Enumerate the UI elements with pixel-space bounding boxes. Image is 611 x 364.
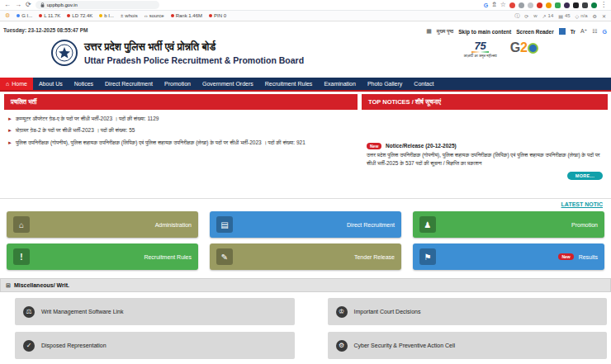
recruitment-list-item[interactable]: ► प्रोग्रामर ग्रेड-2 के पदों पर सीधी भर्… [7,127,354,134]
recruitment-list-item[interactable]: ► कम्प्यूटर ऑपरेटर ग्रेड-ए के पदों पर सी… [7,116,354,122]
court-icon: ♔ [336,306,348,318]
extensions-puzzle-icon[interactable] [573,2,579,8]
menu-dots-icon[interactable]: ⋮ [600,2,607,8]
forward-icon[interactable]: → [15,2,21,8]
tile-tender-release[interactable]: ✎ Tender Release [210,243,401,270]
home-icon: ⌂ [13,216,30,233]
nav-item-government-orders[interactable]: Government Orders [197,78,259,90]
extension-icon[interactable] [546,2,552,8]
site-title-english: Uttar Pradesh Police Recruitment & Promo… [84,55,304,65]
address-bar[interactable]: uppbpb.gov.in [36,1,159,9]
grid-icon: ▦ [426,28,432,35]
plus-box-icon[interactable]: ⊞ [6,282,11,289]
seo-toolbar: ⚙ G I... L 11.7K LD 72.4K b I... ±whois … [0,11,611,21]
nav-item-notices[interactable]: Notices [69,78,99,90]
seo-metric[interactable]: L 11.7K [39,13,60,18]
card-writ-management[interactable]: ⚖ Writ Management Software Link [15,298,295,325]
person-icon: ♟ [419,216,436,233]
bookmark-star-icon[interactable]: ☆ [500,2,506,8]
extension-icon[interactable] [555,2,561,8]
misc-section-header: ⊞ Miscellaneous/ Writ. [0,278,611,292]
pen-icon: ✎ [216,248,233,265]
nav-item-about-us[interactable]: About Us [33,78,69,90]
notice-text[interactable]: उत्तर प्रदेश पुलिस उपनिरीक्षक (गोपनीय), … [367,151,603,168]
more-button[interactable]: MORE... [567,172,603,180]
card-court-decisions[interactable]: ♔ Important Court Decisions [328,298,608,325]
sitemap-icon[interactable]: ☷ [592,28,597,35]
card-cyber-security[interactable]: ⚙ Cyber Security & Preventive Action Cel… [328,332,608,359]
skip-link[interactable]: Skip to main content [458,29,511,35]
tile-promotion[interactable]: ♟ Promotion [413,211,604,238]
home-page-link[interactable]: मुख्य पृष्ठ [437,28,453,35]
share-icon[interactable]: ⇯ [491,2,497,8]
scales-icon: ⚖ [23,306,35,318]
utility-bar: ▦ मुख्य पृष्ठ Skip to main content Scree… [426,28,607,35]
back-icon[interactable]: ← [4,2,11,8]
refresh-icon[interactable]: ⟳ [524,13,528,19]
current-recruitment-header: प्रचलित भर्ती [4,94,358,110]
extension-icon[interactable] [528,2,533,8]
nav-item-contact[interactable]: Contact [408,78,439,90]
tile-recruitment-rules[interactable]: ! Recruitment Rules [7,243,198,270]
nav-item-direct-recruitment[interactable]: Direct Recruitment [99,78,159,90]
settings-gear-icon[interactable]: ⚙ [593,13,597,19]
bullet-icon: ► [7,139,12,146]
home-icon: ⌂ [6,81,9,87]
links-count[interactable]: ↗14 [542,13,554,19]
reload-icon[interactable]: ⟳ [26,2,31,8]
translate-button[interactable]: Tr [571,29,575,35]
nav-item-promotion[interactable]: Promotion [159,78,197,90]
nav-item-home[interactable]: ⌂ Home [0,78,33,90]
recruitment-list-item[interactable]: ► पुलिस उपनिरीक्षक (गोपनीय), पुलिस सहायक… [7,139,354,146]
index-count[interactable]: ▤45 [558,13,570,19]
top-notices-panel: TOP NOTICES / शीर्ष सूचनाएं New Notice/R… [362,94,608,196]
bullet-icon: ► [7,116,12,122]
azadi-mahotsav-logo: 75 आज़ादी का अमृत महोत्सव [464,38,497,58]
seo-metric[interactable]: LD 72.4K [67,13,92,18]
extension-icon[interactable] [564,2,570,8]
card-disposed-representation[interactable]: ✓ Disposed Representation [15,332,295,359]
tile-administration[interactable]: ⌂ Administration [7,211,198,238]
tile-direct-recruitment[interactable]: ▤ Direct Recruitment [210,211,401,238]
screen-reader-link[interactable]: Screen Reader [516,29,554,35]
site-header: Tuesday: 23-12-2025 08:55:47 PM ▦ मुख्य … [0,21,611,78]
misc-cards-grid: ⚖ Writ Management Software Link ♔ Import… [0,292,611,359]
extension-icon[interactable] [537,2,542,8]
info-icon[interactable]: ⓘ [514,12,519,20]
seo-metric[interactable]: b I... [99,13,114,18]
new-badge: New [367,143,381,149]
shield-icon: ⚙ [336,340,348,352]
nav-item-recruitment-rules[interactable]: Recruitment Rules [259,78,319,90]
google-translate-icon[interactable]: G [603,29,607,35]
url-text: uppbpb.gov.in [47,2,78,7]
wiki-icon[interactable]: w [533,13,537,18]
seo-whois[interactable]: ±whois [121,13,138,18]
g20-logo: G2 [510,40,538,55]
nav-item-examination[interactable]: Examination [318,78,362,90]
bullet-icon: ► [7,127,12,134]
current-recruitment-panel: प्रचलित भर्ती ► कम्प्यूटर ऑपरेटर ग्रेड-ए… [4,94,358,196]
seo-rank[interactable]: Rank 1.46M [171,13,202,18]
font-size-icon[interactable]: A⁺ [580,28,587,35]
extension-icon[interactable] [519,2,524,8]
na-metric[interactable]: ◇n/a [575,13,588,19]
tile-results[interactable]: ⚑ New Results [413,243,604,270]
extension-icon[interactable] [509,2,515,8]
bookmark-icon: ⚑ [419,248,436,265]
google-icon[interactable]: G [484,2,488,8]
site-title-hindi: उत्तर प्रदेश पुलिस भर्ती एवं प्रोन्नति ब… [84,41,304,54]
profile-avatar[interactable] [591,2,597,8]
close-icon[interactable]: ✕ [602,13,606,19]
nav-item-photo-gallery[interactable]: Photo Gallery [362,78,408,90]
seo-metric[interactable]: G I... [17,13,32,18]
latest-notice-link[interactable]: LATEST NOTIC [0,199,611,208]
seo-source[interactable]: ‹›source [144,13,164,18]
seo-pin[interactable]: PIN 0 [209,13,226,18]
seoquake-icon[interactable]: ⚙ [5,12,10,19]
theme-swatch-icon[interactable] [559,28,566,35]
browser-toolbar: ← → ⟳ uppbpb.gov.in G ⇯ ☆ ⋮ [0,0,611,11]
extension-icon[interactable] [582,2,588,8]
check-icon: ✓ [23,340,35,352]
datetime-text: Tuesday: 23-12-2025 08:55:47 PM [3,27,88,33]
quick-links-grid: ⌂ Administration ▤ Direct Recruitment ♟ … [0,208,611,270]
